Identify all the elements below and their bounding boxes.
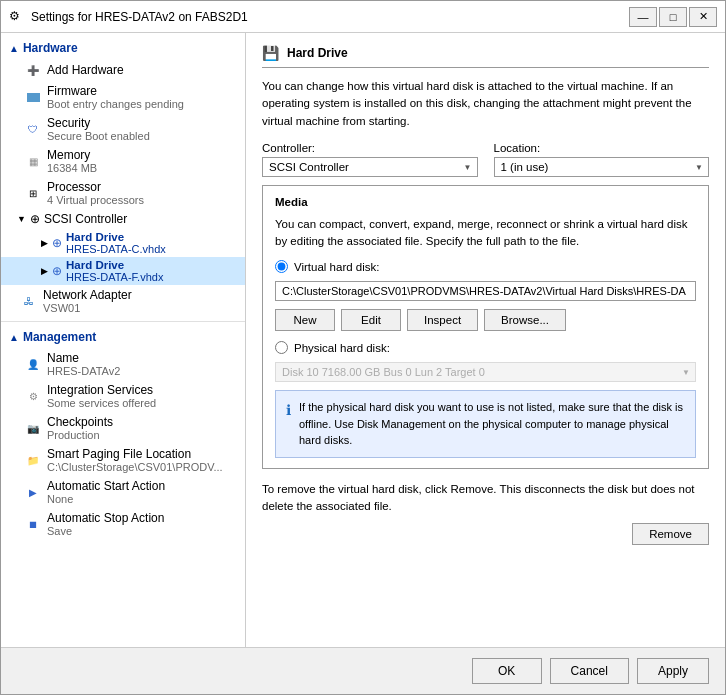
sidebar-item-hdd2[interactable]: ▶ ⊕ Hard Drive HRES-DATA-F.vhdx bbox=[1, 257, 245, 285]
virtual-disk-option[interactable]: Virtual hard disk: bbox=[275, 260, 696, 273]
remove-row: Remove bbox=[262, 523, 709, 545]
controller-field-group: Controller: SCSI Controller bbox=[262, 142, 478, 177]
security-sublabel: Secure Boot enabled bbox=[47, 130, 150, 142]
sidebar-item-memory[interactable]: ▦ Memory 16384 MB bbox=[1, 145, 245, 177]
sidebar-item-auto-stop[interactable]: ⏹ Automatic Stop Action Save bbox=[1, 508, 245, 540]
smart-paging-icon: 📁 bbox=[25, 452, 41, 468]
auto-start-icon: ▶ bbox=[25, 484, 41, 500]
sidebar-item-integration[interactable]: ⚙ Integration Services Some services off… bbox=[1, 380, 245, 412]
sidebar-item-firmware[interactable]: Firmware Boot entry changes pending bbox=[1, 81, 245, 113]
hdd2-label: Hard Drive bbox=[66, 259, 163, 271]
remove-section: To remove the virtual hard disk, click R… bbox=[262, 481, 709, 546]
hardware-section-label: Hardware bbox=[23, 41, 78, 55]
controller-label: Controller: bbox=[262, 142, 478, 154]
hdd1-label: Hard Drive bbox=[66, 231, 166, 243]
right-panel: 💾 Hard Drive You can change how this vir… bbox=[246, 33, 725, 647]
hdd1-expand-icon: ▶ bbox=[41, 238, 48, 248]
integration-label: Integration Services bbox=[47, 383, 156, 397]
integration-sublabel: Some services offered bbox=[47, 397, 156, 409]
sidebar-item-add-hardware[interactable]: ➕ Add Hardware bbox=[1, 59, 245, 81]
name-icon: 👤 bbox=[25, 356, 41, 372]
remove-button[interactable]: Remove bbox=[632, 523, 709, 545]
sidebar-item-name[interactable]: 👤 Name HRES-DATAv2 bbox=[1, 348, 245, 380]
network-sublabel: VSW01 bbox=[43, 302, 132, 314]
sidebar-item-auto-start[interactable]: ▶ Automatic Start Action None bbox=[1, 476, 245, 508]
window-title: Settings for HRES-DATAv2 on FABS2D1 bbox=[31, 10, 629, 24]
physical-disk-radio[interactable] bbox=[275, 341, 288, 354]
firmware-label: Firmware bbox=[47, 84, 184, 98]
management-arrow-icon: ▲ bbox=[9, 332, 19, 343]
location-select[interactable]: 1 (in use) bbox=[494, 157, 710, 177]
processor-label: Processor bbox=[47, 180, 144, 194]
location-field-group: Location: 1 (in use) bbox=[494, 142, 710, 177]
inspect-button[interactable]: Inspect bbox=[407, 309, 478, 331]
auto-start-sublabel: None bbox=[47, 493, 165, 505]
sidebar-item-processor[interactable]: ⊞ Processor 4 Virtual processors bbox=[1, 177, 245, 209]
add-hardware-icon: ➕ bbox=[25, 62, 41, 78]
info-text: If the physical hard disk you want to us… bbox=[299, 399, 685, 449]
media-section: Media You can compact, convert, expand, … bbox=[262, 185, 709, 469]
memory-icon: ▦ bbox=[25, 153, 41, 169]
name-sublabel: HRES-DATAv2 bbox=[47, 365, 120, 377]
controller-location-row: Controller: SCSI Controller Location: 1 … bbox=[262, 142, 709, 177]
hdd2-icon: ⊕ bbox=[52, 264, 62, 278]
virtual-disk-radio[interactable] bbox=[275, 260, 288, 273]
maximize-button[interactable]: □ bbox=[659, 7, 687, 27]
add-hardware-label: Add Hardware bbox=[47, 63, 124, 77]
cancel-button[interactable]: Cancel bbox=[550, 658, 629, 684]
location-label: Location: bbox=[494, 142, 710, 154]
title-bar: ⚙ Settings for HRES-DATAv2 on FABS2D1 — … bbox=[1, 1, 725, 33]
auto-stop-label: Automatic Stop Action bbox=[47, 511, 164, 525]
virtual-disk-path-input[interactable] bbox=[275, 281, 696, 301]
integration-icon: ⚙ bbox=[25, 388, 41, 404]
network-label: Network Adapter bbox=[43, 288, 132, 302]
auto-stop-icon: ⏹ bbox=[25, 516, 41, 532]
sidebar-section-hardware[interactable]: ▲ Hardware bbox=[1, 37, 245, 59]
info-icon: ℹ bbox=[286, 400, 291, 421]
browse-button[interactable]: Browse... bbox=[484, 309, 566, 331]
smart-paging-sublabel: C:\ClusterStorage\CSV01\PRODV... bbox=[47, 461, 223, 473]
sidebar-item-scsi[interactable]: ▼ ⊕ SCSI Controller bbox=[1, 209, 245, 229]
footer: OK Cancel Apply bbox=[1, 647, 725, 694]
processor-sublabel: 4 Virtual processors bbox=[47, 194, 144, 206]
controller-select[interactable]: SCSI Controller bbox=[262, 157, 478, 177]
scsi-icon: ⊕ bbox=[30, 212, 40, 226]
ok-button[interactable]: OK bbox=[472, 658, 542, 684]
firmware-icon bbox=[25, 89, 41, 105]
minimize-button[interactable]: — bbox=[629, 7, 657, 27]
edit-button[interactable]: Edit bbox=[341, 309, 401, 331]
remove-description: To remove the virtual hard disk, click R… bbox=[262, 481, 709, 516]
new-button[interactable]: New bbox=[275, 309, 335, 331]
main-content: ▲ Hardware ➕ Add Hardware Firmware Boot … bbox=[1, 33, 725, 647]
sidebar: ▲ Hardware ➕ Add Hardware Firmware Boot … bbox=[1, 33, 246, 647]
sidebar-item-security[interactable]: 🛡 Security Secure Boot enabled bbox=[1, 113, 245, 145]
smart-paging-label: Smart Paging File Location bbox=[47, 447, 223, 461]
checkpoints-icon: 📷 bbox=[25, 420, 41, 436]
network-icon: 🖧 bbox=[21, 293, 37, 309]
window-controls: — □ ✕ bbox=[629, 7, 717, 27]
controller-select-wrapper: SCSI Controller bbox=[262, 157, 478, 177]
disk-action-buttons: New Edit Inspect Browse... bbox=[275, 309, 696, 331]
apply-button[interactable]: Apply bbox=[637, 658, 709, 684]
management-label: Management bbox=[23, 330, 96, 344]
sidebar-item-checkpoints[interactable]: 📷 Checkpoints Production bbox=[1, 412, 245, 444]
close-button[interactable]: ✕ bbox=[689, 7, 717, 27]
security-icon: 🛡 bbox=[25, 121, 41, 137]
scsi-label: SCSI Controller bbox=[44, 212, 127, 226]
checkpoints-sublabel: Production bbox=[47, 429, 113, 441]
physical-disk-option[interactable]: Physical hard disk: bbox=[275, 341, 696, 354]
physical-disk-label: Physical hard disk: bbox=[294, 342, 390, 354]
sidebar-section-management[interactable]: ▲ Management bbox=[1, 326, 245, 348]
sidebar-item-network[interactable]: 🖧 Network Adapter VSW01 bbox=[1, 285, 245, 317]
security-label: Security bbox=[47, 116, 150, 130]
scsi-expand-icon: ▼ bbox=[17, 214, 26, 224]
firmware-sublabel: Boot entry changes pending bbox=[47, 98, 184, 110]
sidebar-divider bbox=[1, 321, 245, 322]
memory-label: Memory bbox=[47, 148, 97, 162]
name-label: Name bbox=[47, 351, 120, 365]
sidebar-item-smart-paging[interactable]: 📁 Smart Paging File Location C:\ClusterS… bbox=[1, 444, 245, 476]
sidebar-item-hdd1[interactable]: ▶ ⊕ Hard Drive HRES-DATA-C.vhdx bbox=[1, 229, 245, 257]
memory-sublabel: 16384 MB bbox=[47, 162, 97, 174]
processor-icon: ⊞ bbox=[25, 185, 41, 201]
auto-stop-sublabel: Save bbox=[47, 525, 164, 537]
